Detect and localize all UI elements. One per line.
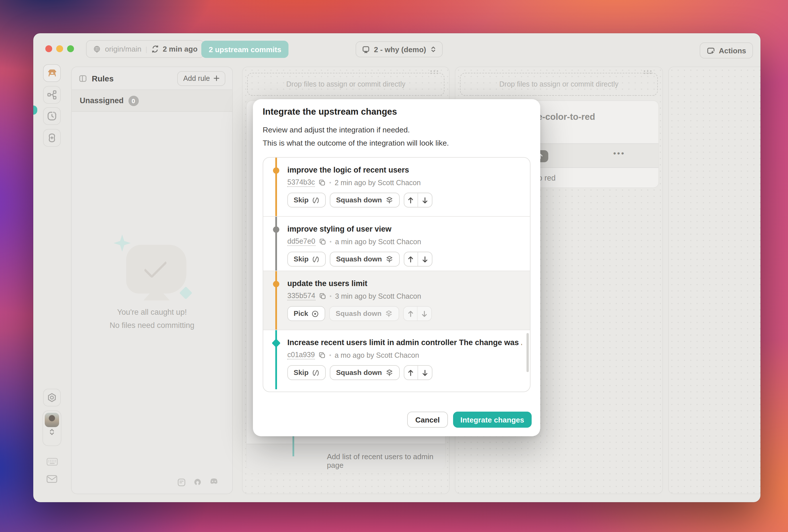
- meta-bullet: •: [329, 180, 331, 186]
- remote-branch-label: origin/main: [105, 45, 141, 53]
- move-up-button[interactable]: [404, 252, 418, 266]
- commit-title: Increase recent users limit in admin con…: [287, 338, 522, 347]
- panel-footer-icons: [177, 478, 218, 487]
- close-window-button[interactable]: [45, 45, 52, 52]
- zoom-window-button[interactable]: [67, 45, 74, 52]
- copy-icon[interactable]: [318, 351, 326, 359]
- last-sync-time: 2 min ago: [163, 45, 197, 53]
- commit-title: improve the logic of recent users: [287, 166, 522, 174]
- add-rule-button[interactable]: Add rule: [177, 71, 225, 86]
- move-up-button[interactable]: [404, 193, 418, 207]
- copy-icon[interactable]: [318, 179, 326, 186]
- move-down-button[interactable]: [417, 307, 431, 321]
- app-window: origin/main | 2 min ago 2 upstream commi…: [33, 33, 761, 502]
- commit-actions: Skip Squash down: [287, 365, 432, 380]
- pick-button[interactable]: Pick: [287, 306, 326, 321]
- actions-label: Actions: [719, 46, 746, 55]
- sidebar-item-branches[interactable]: [43, 86, 61, 104]
- plus-icon: [213, 75, 220, 81]
- squash-down-button[interactable]: Squash down: [330, 192, 400, 207]
- skip-label: Skip: [294, 369, 309, 377]
- squash-down-button[interactable]: Squash down: [330, 365, 400, 380]
- settings-button[interactable]: [43, 389, 61, 406]
- sidebar-item-history[interactable]: [43, 107, 61, 125]
- timeline-line: [275, 217, 277, 271]
- actions-button[interactable]: Actions: [700, 42, 753, 59]
- copy-icon[interactable]: [319, 238, 326, 245]
- commit-meta: dd5e7e0 • a min ago by Scott Chacon: [287, 237, 421, 246]
- modal-description-2: This is what the outcome of the integrat…: [263, 139, 449, 147]
- skip-button[interactable]: Skip: [287, 252, 326, 267]
- commit-title: Add list of recent users to admin page: [327, 452, 445, 470]
- commit-hash-link[interactable]: 335b574: [287, 292, 315, 301]
- actions-sparkle-icon: [707, 46, 715, 55]
- discord-icon[interactable]: [209, 478, 218, 487]
- squash-down-label: Squash down: [336, 196, 382, 204]
- move-up-button[interactable]: [404, 307, 417, 321]
- commit-author-time: 2 min ago by Scott Chacon: [335, 179, 421, 187]
- drop-zone[interactable]: Drop files to assign or commit directly: [247, 73, 445, 96]
- gear-icon: [47, 393, 57, 403]
- commit-dot-icon: [273, 226, 279, 233]
- skip-button[interactable]: Skip: [287, 192, 326, 207]
- profile-switcher[interactable]: [42, 410, 61, 446]
- commit-author-time: a mo ago by Scott Chacon: [335, 351, 419, 359]
- commit-title: update the users limit: [287, 279, 522, 288]
- skip-icon: [312, 196, 319, 204]
- remote-icon: [93, 45, 101, 53]
- integrate-changes-button[interactable]: Integrate changes: [453, 412, 532, 428]
- commit-hash-link[interactable]: 5374b3c: [287, 178, 315, 187]
- drop-zone-label: Drop files to assign or commit directly: [499, 80, 618, 88]
- squash-down-button[interactable]: Squash down: [330, 306, 399, 321]
- commit-meta: 5374b3c • 2 min ago by Scott Chacon: [287, 178, 421, 187]
- modal-footer: Cancel Integrate changes: [407, 412, 532, 428]
- commit-actions: Skip Squash down: [287, 252, 432, 267]
- reorder-buttons: [404, 365, 432, 380]
- commit-title: improve styling of user view: [287, 225, 522, 233]
- squash-down-label: Squash down: [336, 310, 382, 318]
- upstream-commits-badge[interactable]: 2 upstream commits: [201, 41, 289, 58]
- workbench-icon: [47, 68, 57, 78]
- drop-zone[interactable]: Drop files to assign or commit directly: [460, 73, 658, 96]
- commit-row: Increase recent users limit in admin con…: [263, 330, 530, 389]
- move-down-button[interactable]: [418, 193, 432, 207]
- sync-icon: [151, 45, 159, 53]
- commit-title[interactable]: o red: [538, 174, 556, 182]
- commit-hash-link[interactable]: dd5e7e0: [287, 237, 315, 246]
- rules-header: Rules Add rule: [72, 67, 232, 90]
- minimize-window-button[interactable]: [56, 45, 63, 52]
- move-up-button[interactable]: [404, 366, 418, 380]
- mail-icon[interactable]: [46, 475, 57, 483]
- changelog-icon[interactable]: [177, 478, 186, 487]
- sidebar-item-assistant[interactable]: [43, 129, 61, 147]
- unassigned-label: Unassigned: [80, 96, 123, 105]
- kebab-menu-icon[interactable]: •••: [613, 148, 625, 158]
- squash-down-icon: [386, 196, 393, 204]
- squash-down-button[interactable]: Squash down: [330, 252, 400, 267]
- move-down-button[interactable]: [418, 252, 432, 266]
- history-clock-icon: [47, 111, 57, 121]
- keyboard-icon[interactable]: [46, 457, 58, 466]
- commit-actions: Skip Squash down: [287, 192, 432, 207]
- commit-row[interactable]: Add list of recent users to admin page: [247, 444, 445, 470]
- cancel-button[interactable]: Cancel: [407, 412, 448, 428]
- rules-panel: Rules Add rule Unassigned 0 You're: [71, 66, 233, 494]
- sidebar-item-workspace[interactable]: [43, 64, 61, 82]
- commit-dot-icon: [273, 281, 279, 287]
- skip-button[interactable]: Skip: [287, 365, 326, 380]
- unassigned-section-header[interactable]: Unassigned 0: [72, 90, 232, 112]
- commit-hash-link[interactable]: c01a939: [287, 351, 315, 360]
- empty-state-illustration: [109, 239, 195, 313]
- commit-meta: 335b574 • 3 min ago by Scott Chacon: [287, 292, 421, 301]
- copy-icon[interactable]: [319, 292, 326, 300]
- branch-name[interactable]: e-color-to-red: [537, 112, 595, 122]
- open-source-icon[interactable]: [193, 478, 202, 487]
- diamond-decoration-icon: [179, 286, 192, 299]
- project-selector[interactable]: 2 - why (demo): [356, 41, 443, 57]
- remote-status-pill[interactable]: origin/main | 2 min ago: [86, 40, 204, 58]
- timeline-line: [275, 158, 277, 216]
- commit-author-time: 3 min ago by Scott Chacon: [335, 292, 421, 300]
- list-scrollbar[interactable]: [527, 333, 529, 372]
- active-lane-indicator: [33, 105, 37, 115]
- move-down-button[interactable]: [418, 366, 432, 380]
